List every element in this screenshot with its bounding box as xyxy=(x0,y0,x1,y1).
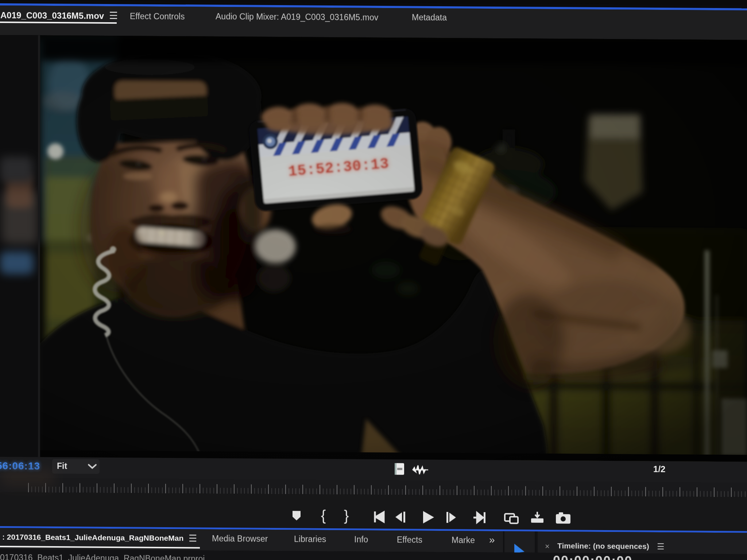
svg-text:}: } xyxy=(344,508,349,524)
svg-text:{: { xyxy=(321,508,326,524)
